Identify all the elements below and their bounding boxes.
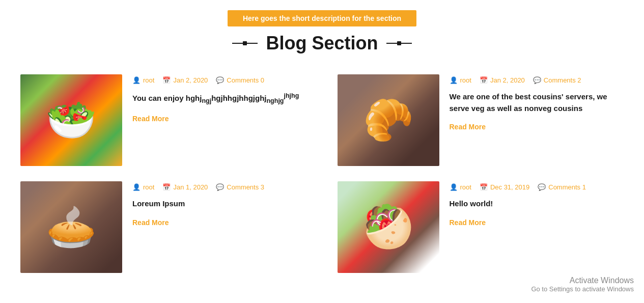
post-3-content: 👤 root 📅 Jan 1, 2020 💬 Comments 3 Loreum…	[132, 181, 307, 227]
post-4-content: 👤 root 📅 Dec 31, 2019 💬 Comments 1 Hello…	[450, 181, 624, 227]
title-divider-right	[386, 43, 412, 44]
user-icon: 👤	[450, 76, 458, 84]
post-2-meta: 👤 root 📅 Jan 2, 2020 💬 Comments 2	[450, 76, 624, 84]
post-2-author: 👤 root	[450, 76, 471, 84]
post-3-image	[20, 181, 122, 273]
title-divider-left	[232, 43, 258, 44]
post-1-comments: 💬 Comments 0	[216, 76, 264, 84]
post-4-read-more[interactable]: Read More	[450, 218, 486, 227]
calendar-icon: 📅	[162, 183, 171, 191]
user-icon: 👤	[132, 76, 141, 84]
calendar-icon: 📅	[480, 183, 488, 191]
post-3-read-more[interactable]: Read More	[132, 218, 169, 227]
calendar-icon: 📅	[162, 76, 171, 84]
section-subtitle: Here goes the short description for the …	[228, 10, 416, 26]
comment-icon: 💬	[538, 183, 546, 191]
post-1-image	[20, 74, 122, 166]
post-1-read-more[interactable]: Read More	[132, 115, 169, 123]
blog-grid: 👤 root 📅 Jan 2, 2020 💬 Comments 0 You ca…	[20, 74, 624, 273]
calendar-icon: 📅	[480, 76, 488, 84]
post-2-title: We are one of the best cousins' servers,…	[450, 91, 624, 114]
post-3-comments: 💬 Comments 3	[216, 183, 264, 191]
post-4-image	[338, 181, 439, 273]
post-4-comments: 💬 Comments 1	[538, 183, 586, 191]
post-1-content: 👤 root 📅 Jan 2, 2020 💬 Comments 0 You ca…	[132, 74, 307, 123]
post-1-meta: 👤 root 📅 Jan 2, 2020 💬 Comments 0	[132, 76, 307, 84]
post-2-comments: 💬 Comments 2	[533, 76, 581, 84]
section-title: Blog Section	[266, 33, 378, 54]
section-header: Here goes the short description for the …	[20, 10, 624, 54]
post-2-read-more[interactable]: Read More	[450, 123, 486, 131]
post-4-meta: 👤 root 📅 Dec 31, 2019 💬 Comments 1	[450, 183, 624, 191]
post-3-author: 👤 root	[132, 183, 154, 191]
blog-post-4: 👤 root 📅 Dec 31, 2019 💬 Comments 1 Hello…	[338, 181, 624, 273]
post-4-author: 👤 root	[450, 183, 471, 191]
post-1-title: You can enjoy hghjngjhgjhhgjhhgjghjnghjg…	[132, 91, 307, 106]
blog-post-3: 👤 root 📅 Jan 1, 2020 💬 Comments 3 Loreum…	[20, 181, 307, 273]
post-3-date: 📅 Jan 1, 2020	[162, 183, 208, 191]
post-4-date: 📅 Dec 31, 2019	[480, 183, 529, 191]
post-2-date: 📅 Jan 2, 2020	[480, 76, 525, 84]
post-1-author: 👤 root	[132, 76, 154, 84]
post-3-meta: 👤 root 📅 Jan 1, 2020 💬 Comments 3	[132, 183, 307, 191]
activate-windows-watermark: Activate Windows Go to Settings to activ…	[531, 276, 634, 293]
comment-icon: 💬	[216, 76, 224, 84]
section-title-row: Blog Section	[20, 33, 624, 54]
post-2-content: 👤 root 📅 Jan 2, 2020 💬 Comments 2 We are…	[450, 74, 624, 131]
post-1-date: 📅 Jan 2, 2020	[162, 76, 208, 84]
page-wrapper: Here goes the short description for the …	[0, 0, 644, 293]
user-icon: 👤	[450, 183, 458, 191]
activate-windows-subtitle: Go to Settings to activate Windows	[531, 285, 634, 293]
activate-windows-title: Activate Windows	[531, 276, 634, 285]
comment-icon: 💬	[533, 76, 541, 84]
post-4-title: Hello world!	[450, 198, 624, 210]
post-2-image	[338, 74, 439, 166]
user-icon: 👤	[132, 183, 141, 191]
blog-post-1: 👤 root 📅 Jan 2, 2020 💬 Comments 0 You ca…	[20, 74, 307, 166]
comment-icon: 💬	[216, 183, 224, 191]
post-3-title: Loreum Ipsum	[132, 198, 307, 210]
blog-post-2: 👤 root 📅 Jan 2, 2020 💬 Comments 2 We are…	[338, 74, 624, 166]
